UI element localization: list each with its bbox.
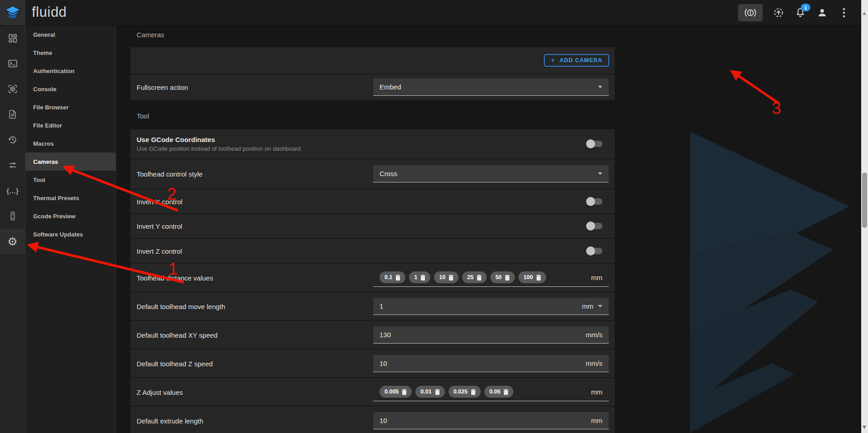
input-value: 130: [380, 331, 586, 339]
input-value: 10: [380, 417, 591, 424]
delete-icon[interactable]: [435, 389, 440, 395]
tool-card: Use GCode Coordinates Use GCode position…: [130, 129, 615, 433]
scrollbar-thumb[interactable]: [862, 172, 867, 228]
invert-y-toggle[interactable]: [586, 221, 603, 231]
delete-icon[interactable]: [536, 275, 541, 280]
settings-menu: General Theme Authentication Console Fil…: [25, 25, 116, 433]
menu-item-general[interactable]: General: [25, 25, 116, 44]
invert-x-row: Invert X control: [130, 188, 615, 213]
fullscreen-action-select[interactable]: Embed: [373, 79, 609, 96]
z-adjust-chip[interactable]: 0.005: [380, 386, 412, 398]
scrollbar-up-arrow-icon[interactable]: [863, 12, 866, 15]
add-camera-button[interactable]: + ADD CAMERA: [544, 54, 609, 67]
distance-chip[interactable]: 10: [434, 271, 459, 283]
setting-label: Invert X control: [137, 197, 182, 205]
nav-rail: {…} ⚙: [0, 25, 25, 433]
delete-icon[interactable]: [420, 275, 425, 280]
toolhead-control-style-row: Toolhead control style Cross: [130, 158, 615, 188]
overflow-menu-button[interactable]: [838, 7, 850, 19]
z-adjust-chip[interactable]: 0.01: [415, 386, 444, 398]
chevron-down-icon: [598, 172, 602, 175]
input-value: 1: [380, 302, 582, 310]
delete-icon[interactable]: [477, 275, 482, 280]
chip-value: 10: [439, 274, 445, 280]
chip-value: 0.01: [420, 389, 431, 395]
unit-label: mm: [591, 388, 602, 396]
invert-x-toggle[interactable]: [586, 197, 603, 206]
nav-file-browser[interactable]: [0, 102, 25, 127]
menu-item-software-updates[interactable]: Software Updates: [25, 225, 116, 243]
delete-icon[interactable]: [395, 275, 400, 280]
dashboard-icon: [8, 33, 18, 43]
toggle-thumb: [586, 139, 595, 148]
menu-item-tool[interactable]: Tool: [25, 171, 116, 189]
scrollbar-down-arrow-icon[interactable]: [863, 426, 866, 429]
toolhead-control-style-select[interactable]: Cross: [373, 165, 609, 182]
use-gcode-coordinates-toggle[interactable]: [586, 139, 603, 148]
setting-label: Toolhead distance values: [137, 274, 213, 281]
default-toolhead-move-length-input[interactable]: 1 mm: [373, 298, 609, 315]
default-extrude-length-input[interactable]: 10 mm: [373, 412, 609, 429]
chevron-down-icon: [598, 86, 602, 88]
z-adjust-chip[interactable]: 0.05: [484, 386, 513, 398]
default-toolhead-move-length-row: Default toolhead move length 1 mm: [130, 291, 615, 320]
nav-system[interactable]: [0, 203, 25, 229]
menu-item-file-editor[interactable]: File Editor: [25, 116, 116, 134]
distance-chip[interactable]: 1: [409, 271, 430, 283]
menu-item-cameras[interactable]: Cameras: [25, 153, 116, 171]
check-updates-button[interactable]: [773, 7, 784, 19]
default-toolhead-z-speed-input[interactable]: 10 mm/s: [373, 355, 609, 372]
default-toolhead-xy-speed-input[interactable]: 130 mm/s: [373, 326, 609, 344]
app-logo[interactable]: [0, 0, 25, 25]
menu-item-thermal-presets[interactable]: Thermal Presets: [25, 189, 116, 207]
notifications-button[interactable]: 1: [794, 7, 806, 19]
nav-tune[interactable]: [0, 153, 25, 178]
invert-z-row: Invert Z control: [130, 238, 615, 263]
fluidd-logo-icon: [5, 4, 21, 22]
invert-z-toggle[interactable]: [586, 246, 603, 256]
z-adjust-values-field[interactable]: 0.005 0.01 0.025 0.05 mm: [373, 383, 609, 401]
delete-icon[interactable]: [503, 389, 508, 395]
chip-value: 0.005: [385, 389, 399, 395]
delete-icon[interactable]: [471, 389, 476, 395]
cameras-card: + ADD CAMERA Fullscreen action Embed: [130, 47, 615, 100]
toggle-thumb: [586, 221, 595, 231]
menu-item-authentication[interactable]: Authentication: [25, 62, 116, 80]
delete-icon[interactable]: [402, 389, 407, 395]
nav-settings[interactable]: ⚙: [0, 229, 25, 254]
nav-dashboard[interactable]: [0, 25, 25, 51]
nav-macros[interactable]: {…}: [0, 178, 25, 203]
default-extrude-length-row: Default extrude length 10 mm: [130, 406, 615, 433]
menu-item-console[interactable]: Console: [25, 80, 116, 98]
delete-icon[interactable]: [449, 275, 454, 280]
menu-item-theme[interactable]: Theme: [25, 44, 116, 62]
notification-badge: 1: [801, 4, 810, 11]
nav-gcode-preview[interactable]: [0, 76, 25, 102]
distance-chip[interactable]: 100: [518, 271, 546, 283]
distance-chip[interactable]: 25: [462, 271, 487, 283]
menu-item-file-browser[interactable]: File Browser: [25, 98, 116, 116]
toolhead-distance-values-row: Toolhead distance values 0.1 1 10 25 50 …: [130, 263, 615, 291]
nav-console[interactable]: [0, 51, 25, 76]
cameras-actions-row: + ADD CAMERA: [130, 47, 615, 74]
menu-item-gcode-preview[interactable]: Gcode Preview: [25, 207, 116, 225]
unit-label: mm: [591, 274, 602, 281]
chip-value: 50: [495, 274, 502, 280]
z-adjust-chip[interactable]: 0.025: [449, 386, 481, 398]
select-value: Embed: [380, 83, 593, 91]
distance-chip[interactable]: 50: [490, 271, 515, 283]
menu-item-macros[interactable]: Macros: [25, 134, 116, 153]
distance-chip[interactable]: 0.1: [380, 271, 405, 283]
unit-label: mm: [591, 417, 602, 424]
history-icon: [8, 135, 18, 145]
delete-icon[interactable]: [505, 275, 510, 280]
app-bar: fluidd: [0, 0, 868, 26]
app-title: fluidd: [32, 4, 67, 20]
emergency-stop-button[interactable]: [738, 4, 763, 21]
account-button[interactable]: [816, 7, 828, 19]
gcode-preview-icon: [8, 84, 18, 94]
nav-history[interactable]: [0, 127, 25, 153]
toolhead-distance-values-field[interactable]: 0.1 1 10 25 50 100 mm: [373, 269, 609, 287]
setting-label: Default toolhead move length: [137, 302, 225, 310]
page-scrollbar: [861, 0, 868, 433]
